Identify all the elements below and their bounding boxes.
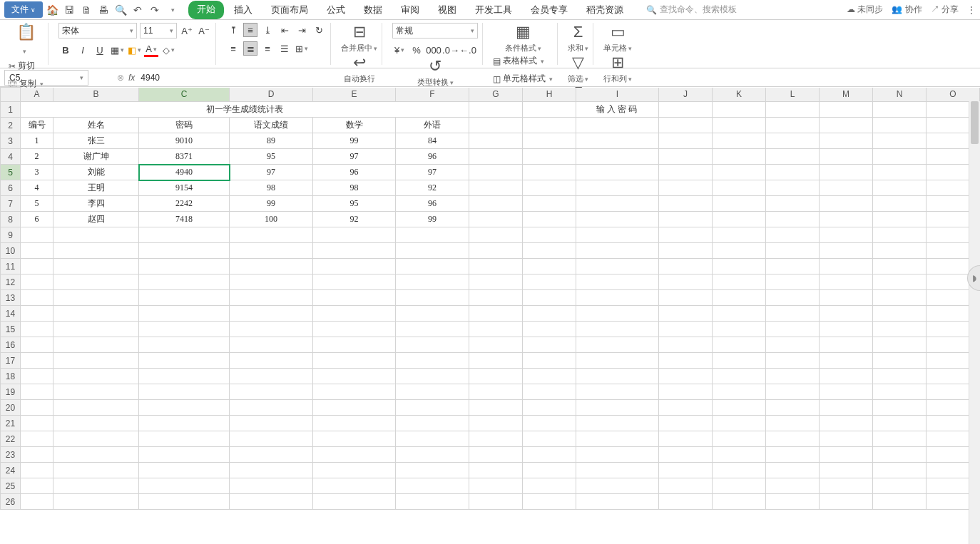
cell-D15[interactable] — [230, 322, 313, 337]
cell-I4[interactable] — [576, 149, 659, 165]
cell-N13[interactable] — [873, 290, 927, 306]
cell-G1[interactable] — [469, 102, 523, 118]
cell-D16[interactable] — [230, 337, 313, 353]
cell-J11[interactable] — [659, 259, 713, 274]
cell-E23[interactable] — [313, 447, 396, 463]
cell-A11[interactable] — [21, 259, 53, 274]
row-header-3[interactable]: 3 — [1, 133, 21, 149]
collab-button[interactable]: 👥 协作 — [892, 4, 922, 16]
cell-I5[interactable] — [576, 165, 659, 180]
cell-C3[interactable]: 9010 — [139, 133, 230, 149]
cell-E19[interactable] — [313, 384, 396, 400]
cell-K7[interactable] — [713, 196, 766, 212]
cell-E17[interactable] — [313, 353, 396, 369]
more-qat-icon[interactable] — [164, 2, 180, 18]
cell-A17[interactable] — [21, 353, 53, 369]
cell-D18[interactable] — [230, 369, 313, 384]
cell-G18[interactable] — [469, 369, 523, 384]
cell-L2[interactable] — [766, 118, 820, 133]
cells-button[interactable]: ▭单元格 — [603, 23, 632, 53]
row-header-2[interactable]: 2 — [1, 118, 21, 133]
cell-K18[interactable] — [713, 369, 766, 384]
cell-A6[interactable]: 4 — [21, 180, 53, 196]
cell-K5[interactable] — [713, 165, 766, 180]
row-header-20[interactable]: 20 — [1, 400, 21, 416]
cell-D22[interactable] — [230, 431, 313, 447]
row-header-8[interactable]: 8 — [1, 212, 21, 227]
cell-I12[interactable] — [576, 274, 659, 290]
cell-C2[interactable]: 密码 — [139, 118, 230, 133]
align-top[interactable]: ⤒ — [226, 23, 240, 37]
cell-G14[interactable] — [469, 306, 523, 322]
sum-button[interactable]: Σ求和 — [568, 23, 588, 53]
cell-G6[interactable] — [469, 180, 523, 196]
col-header-B[interactable]: B — [53, 88, 139, 102]
row-header-21[interactable]: 21 — [1, 416, 21, 431]
cell-M4[interactable] — [820, 149, 873, 165]
cell-L17[interactable] — [766, 353, 820, 369]
cell-B8[interactable]: 赵四 — [53, 212, 139, 227]
bold-button[interactable]: B — [58, 43, 73, 57]
cell-G20[interactable] — [469, 400, 523, 416]
saveas-icon[interactable]: 🗎 — [78, 2, 94, 18]
cell-K4[interactable] — [713, 149, 766, 165]
cell-I10[interactable] — [576, 243, 659, 259]
cell-C25[interactable] — [139, 478, 230, 494]
cell-M11[interactable] — [820, 259, 873, 274]
cell-A22[interactable] — [21, 431, 53, 447]
cell-G16[interactable] — [469, 337, 523, 353]
cell-G3[interactable] — [469, 133, 523, 149]
cell-A10[interactable] — [21, 243, 53, 259]
cell-H18[interactable] — [523, 369, 576, 384]
row-header-17[interactable]: 17 — [1, 353, 21, 369]
cell-M1[interactable] — [820, 102, 873, 118]
inc-dec-icon[interactable]: .0→ — [444, 43, 458, 57]
cell-H24[interactable] — [523, 463, 576, 478]
cell-K25[interactable] — [713, 478, 766, 494]
cell-J10[interactable] — [659, 243, 713, 259]
col-header-G[interactable]: G — [469, 88, 523, 102]
cell-F24[interactable] — [396, 463, 469, 478]
redo-icon[interactable]: ↷ — [147, 2, 163, 18]
cell-L11[interactable] — [766, 259, 820, 274]
cell-I16[interactable] — [576, 337, 659, 353]
cell-G17[interactable] — [469, 353, 523, 369]
font-color-button[interactable]: A — [144, 43, 158, 57]
cell-B5[interactable]: 刘能 — [53, 165, 139, 180]
cell-C24[interactable] — [139, 463, 230, 478]
cell-L6[interactable] — [766, 180, 820, 196]
size-select[interactable]: 11▾ — [140, 23, 177, 39]
cell-F18[interactable] — [396, 369, 469, 384]
cell-J1[interactable] — [659, 102, 713, 118]
row-header-25[interactable]: 25 — [1, 478, 21, 494]
cell-H8[interactable] — [523, 212, 576, 227]
cell-E10[interactable] — [313, 243, 396, 259]
cell-J7[interactable] — [659, 196, 713, 212]
cell-C10[interactable] — [139, 243, 230, 259]
cell-F6[interactable]: 92 — [396, 180, 469, 196]
cell-M5[interactable] — [820, 165, 873, 180]
save-icon[interactable]: 🖫 — [61, 2, 77, 18]
cell-F5[interactable]: 97 — [396, 165, 469, 180]
cell-E15[interactable] — [313, 322, 396, 337]
cell-N20[interactable] — [873, 400, 927, 416]
cell-J16[interactable] — [659, 337, 713, 353]
cell-B2[interactable]: 姓名 — [53, 118, 139, 133]
cell-I20[interactable] — [576, 400, 659, 416]
cell-A25[interactable] — [21, 478, 53, 494]
row-header-9[interactable]: 9 — [1, 227, 21, 243]
cell-E14[interactable] — [313, 306, 396, 322]
cell-E7[interactable]: 95 — [313, 196, 396, 212]
cell-C21[interactable] — [139, 416, 230, 431]
cell-J21[interactable] — [659, 416, 713, 431]
row-header-1[interactable]: 1 — [1, 102, 21, 118]
cell-K2[interactable] — [713, 118, 766, 133]
cell-E16[interactable] — [313, 337, 396, 353]
row-header-11[interactable]: 11 — [1, 259, 21, 274]
cell-N3[interactable] — [873, 133, 927, 149]
cell-B11[interactable] — [53, 259, 139, 274]
tab-data[interactable]: 数据 — [355, 1, 391, 19]
cell-F12[interactable] — [396, 274, 469, 290]
cell-I21[interactable] — [576, 416, 659, 431]
cell-N25[interactable] — [873, 478, 927, 494]
